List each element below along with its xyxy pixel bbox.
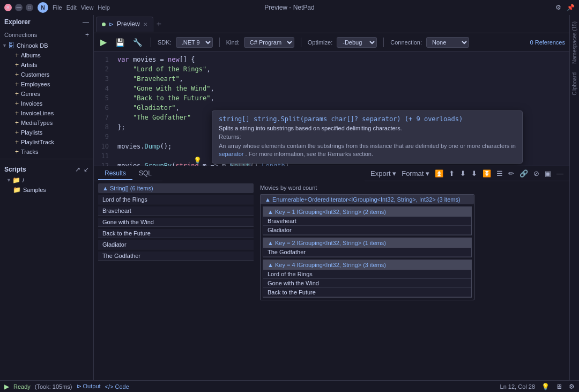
statusbar: ▶ Ready (Took: 105ms) ⊳ Output </> Code … (0, 380, 579, 392)
sidebar-item-mediatypes[interactable]: +MediaTypes (0, 118, 93, 128)
list-item: The Godfather (98, 252, 254, 261)
sidebar-item-label: Employees (21, 81, 50, 87)
list-item: Braveheart (98, 206, 254, 216)
scroll-top-top-button[interactable]: ⏫ (433, 168, 445, 179)
intellisense-tooltip: string[] string.Split(params char[]? sep… (212, 110, 523, 164)
tab-sql[interactable]: SQL (132, 167, 158, 180)
sidebar-item-label: Albums (21, 52, 41, 58)
toolbar-separator-4 (383, 38, 384, 47)
menu-edit[interactable]: Edit (66, 4, 77, 11)
references-link[interactable]: 0 References (530, 39, 565, 46)
maximize-button[interactable]: □ (26, 4, 33, 11)
list-item: Lord of the Rings (263, 270, 471, 279)
new-tab-button[interactable]: + (157, 19, 161, 29)
preview-tab[interactable]: ⊳ Preview ✕ (96, 17, 153, 32)
tab-results[interactable]: Results (98, 167, 132, 180)
sidebar-item-playlists[interactable]: +Playlists (0, 128, 93, 137)
link-button[interactable]: 🔗 (518, 168, 530, 179)
statusbar-right: Ln 12, Col 28 💡 🖥 ⚙ (500, 383, 575, 390)
minimize-icon[interactable]: — (83, 18, 89, 26)
sidebar-item-employees[interactable]: +Employees (0, 79, 93, 89)
sidebar-item-albums[interactable]: +Albums (0, 50, 93, 60)
edit-button[interactable]: ✏ (507, 168, 516, 179)
results-pane: Results SQL Export ▾ Format ▾ ⏫ ⬆ ⬇ ⬇ ⏬ … (94, 166, 569, 380)
sidebar-item-tracks[interactable]: +Tracks (0, 147, 93, 157)
code-editor[interactable]: 123456789101112131415 var movies = new[]… (94, 51, 569, 166)
settings-icon[interactable]: ⚙ (569, 383, 575, 390)
string-array-header[interactable]: ▲ String[] (6 items) (98, 183, 254, 193)
optimize-select[interactable]: -Debug Release (337, 37, 377, 48)
sidebar-item-invoicelines[interactable]: +InvoiceLines (0, 108, 93, 118)
format2-button[interactable]: ☰ (495, 168, 504, 179)
format-button[interactable]: Format ▾ (400, 168, 431, 179)
results-content: ▲ String[] (6 items) Lord of the Rings B… (94, 181, 569, 380)
window-controls[interactable]: ✕ — □ (4, 4, 33, 11)
results-toolbar: Export ▾ Format ▾ ⏫ ⬆ ⬇ ⬇ ⏬ ☰ ✏ 🔗 ⊘ ▣ — (365, 166, 569, 181)
monitor-icon[interactable]: 🖥 (556, 383, 562, 390)
namespaces-tab[interactable]: Namespaces (15) (570, 17, 578, 68)
grid-button[interactable]: ▣ (543, 168, 553, 179)
group-2-header[interactable]: ▲ Key = 2 IGrouping<Int32, String> (1 it… (263, 238, 471, 248)
export-button[interactable]: Export ▾ (369, 168, 398, 179)
expand-icon: ▼ (6, 177, 11, 183)
stop-button[interactable]: ⊘ (532, 168, 541, 179)
code-link[interactable]: </> Code (105, 383, 129, 390)
lightbulb-icon[interactable]: 💡 (194, 157, 202, 164)
expand-scripts-icon[interactable]: ↗ (75, 166, 80, 173)
minimize-button[interactable]: — (15, 4, 23, 11)
samples-label: Samples (23, 187, 46, 193)
list-item: Gladiator (98, 240, 254, 249)
menu-view[interactable]: View (81, 4, 94, 11)
close-button[interactable]: ✕ (4, 4, 12, 11)
list-item: Gladiator (263, 226, 471, 235)
right-panel: Namespaces (15) Clipboard (569, 15, 579, 380)
grouped-container: ▲ Enumerable+OrderedIterator<IGrouping<I… (260, 194, 474, 300)
sidebar-item-label: Playlists (21, 129, 42, 136)
run-button[interactable]: ▶ (98, 36, 109, 48)
list-item: The Godfather (263, 248, 471, 257)
pin-icon[interactable]: 📌 (567, 4, 575, 11)
add-connection-button[interactable]: + (85, 31, 89, 39)
collapse-scripts-icon[interactable]: ↙ (84, 166, 89, 173)
settings-button[interactable]: 🔧 (131, 37, 144, 48)
group-1-header[interactable]: ▲ Key = 1 IGrouping<Int32, String> (2 it… (263, 207, 471, 217)
tooltip-link[interactable]: separator (219, 151, 243, 157)
output-link[interactable]: ⊳ Output (77, 383, 101, 390)
scroll-bottom-button[interactable]: ⬇ (470, 168, 479, 179)
folder-icon: + (15, 129, 19, 136)
grouped-label: Movies by word count (260, 183, 474, 192)
tab-bar: ⊳ Preview ✕ + (94, 15, 569, 33)
sidebar-item-customers[interactable]: +Customers (0, 70, 93, 79)
settings-icon[interactable]: ⚙ (555, 4, 561, 11)
sidebar-item-artists[interactable]: +Artists (0, 60, 93, 70)
sidebar-item-invoices[interactable]: +Invoices (0, 99, 93, 108)
collapse-button[interactable]: — (555, 168, 565, 179)
menu-help[interactable]: Help (98, 4, 110, 11)
scripts-root-label: / (23, 177, 24, 183)
clipboard-tab[interactable]: Clipboard (570, 68, 578, 100)
bulb-icon[interactable]: 💡 (541, 383, 550, 390)
scroll-down-button[interactable]: ⬇ (458, 168, 467, 179)
grouped-outer-header[interactable]: ▲ Enumerable+OrderedIterator<IGrouping<I… (261, 195, 474, 204)
sidebar-item-genres[interactable]: +Genres (0, 89, 93, 99)
save-button[interactable]: 💾 (113, 37, 127, 48)
titlebar: ✕ — □ N File Edit View Help Preview - Ne… (0, 0, 579, 15)
scroll-bottom-bottom-button[interactable]: ⏬ (481, 168, 493, 179)
tree-items: +Albums+Artists+Customers+Employees+Genr… (0, 50, 93, 157)
tab-close-button[interactable]: ✕ (143, 21, 147, 27)
sidebar-item-scripts-root[interactable]: ▼ 📁 / (4, 175, 89, 185)
sidebar-item-chinookdb[interactable]: ▼ 🗄 Chinook DB (0, 41, 93, 50)
sdk-select[interactable]: .NET 9 .NET 8 (176, 37, 213, 48)
run-icon: ▶ (4, 383, 9, 390)
scroll-up-button[interactable]: ⬆ (447, 168, 456, 179)
sidebar-item-playlisttrack[interactable]: +PlaylistTrack (0, 137, 93, 147)
kind-select[interactable]: C# Program (244, 37, 294, 48)
connection-select[interactable]: None (426, 37, 469, 48)
group-3-header[interactable]: ▲ Key = 4 IGrouping<Int32, String> (3 it… (263, 260, 471, 270)
menu-file[interactable]: File (53, 4, 62, 11)
grouped-results-section: Movies by word count ▲ Enumerable+Ordere… (260, 183, 474, 378)
folder-icon: 📁 (13, 186, 21, 194)
results-tabs-bar: Results SQL Export ▾ Format ▾ ⏫ ⬆ ⬇ ⬇ ⏬ … (94, 166, 569, 181)
took-label: (Took: 105ms) (35, 383, 72, 390)
sidebar-item-samples[interactable]: 📁 Samples (4, 185, 89, 195)
